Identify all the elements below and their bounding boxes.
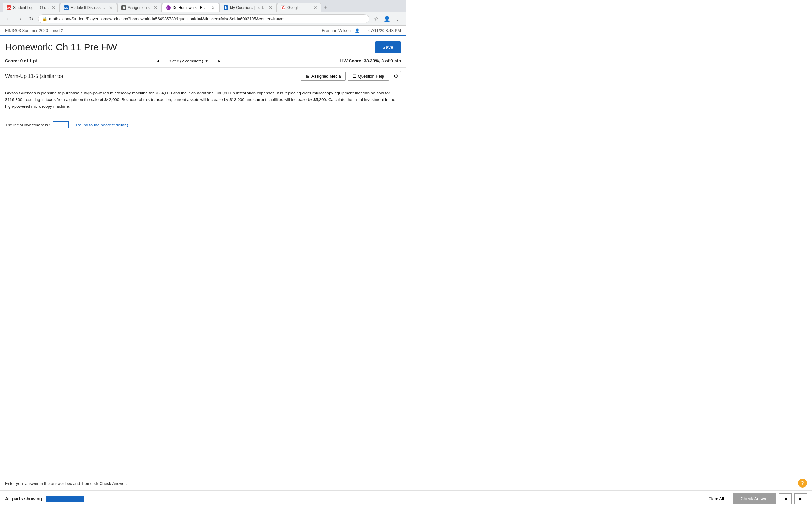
tab-title-assignments: Assignments — [128, 5, 152, 10]
tab-favicon-spc: SPC — [7, 5, 11, 10]
page-content: FIN3403 Summer 2020 - mod 2 Brennan Wils… — [0, 26, 406, 171]
question-header: Warm-Up 11-5 (similar to) 🖥 Assigned Med… — [0, 68, 406, 85]
score-label: Score: — [5, 58, 19, 63]
homework-title: Homework: Ch 11 Pre HW — [5, 42, 117, 53]
hw-score-label: HW Score: — [340, 58, 363, 63]
next-question-button[interactable]: ► — [214, 57, 225, 65]
score-bar: Score: 0 of 1 pt ◄ 3 of 8 (2 complete) ▼… — [0, 55, 406, 68]
question-tools: 🖥 Assigned Media ☰ Question Help ⚙ — [301, 71, 401, 81]
tab-assignments[interactable]: 📋 Assignments ✕ — [117, 3, 162, 12]
question-help-label: Question Help — [358, 74, 384, 78]
question-text: Bryson Sciences is planning to purchase … — [5, 90, 401, 115]
tab-favicon-my-questions: b — [223, 5, 228, 10]
username: Brennan Wilson — [322, 28, 351, 33]
back-button[interactable]: ← — [4, 14, 13, 23]
question-dropdown[interactable]: 3 of 8 (2 complete) ▼ — [165, 57, 212, 65]
tab-favicon-mc: Mc — [64, 5, 68, 10]
assigned-media-icon: 🖥 — [305, 74, 310, 78]
tab-title-google: Google — [287, 5, 311, 10]
question-navigation: ◄ 3 of 8 (2 complete) ▼ ► — [152, 57, 225, 65]
datetime: 07/11/20 8:43 PM — [368, 28, 401, 33]
tab-bar: SPC Student Login - One SP ✕ Mc Module 6… — [0, 0, 406, 12]
settings-icon: ⚙ — [394, 73, 398, 79]
tab-title-my-questions: My Questions | bartleb... — [230, 5, 267, 10]
tab-close-google[interactable]: ✕ — [313, 5, 317, 10]
hw-score-value: 33.33%, 3 of 9 pts — [364, 58, 401, 63]
url-bar-row: ← → ↻ 🔒 mathxl.com/Student/PlayerHomewor… — [0, 12, 406, 25]
tab-close-assignments[interactable]: ✕ — [154, 5, 158, 10]
separator: | — [363, 28, 364, 33]
dropdown-arrow-icon: ▼ — [205, 59, 209, 63]
url-text: mathxl.com/Student/PlayerHomework.aspx?h… — [49, 16, 365, 21]
question-nav-text: 3 of 8 (2 complete) — [169, 59, 203, 63]
bookmark-icon[interactable]: ☆ — [372, 14, 380, 23]
tab-spc[interactable]: SPC Student Login - One SP ✕ — [3, 3, 60, 12]
answer-input[interactable] — [53, 121, 68, 128]
menu-icon[interactable]: ⋮ — [393, 14, 402, 23]
answer-line: The initial investment is $ . (Round to … — [5, 121, 401, 128]
answer-prefix: The initial investment is $ — [5, 123, 51, 127]
user-icon: 👤 — [355, 28, 360, 33]
top-bar: FIN3403 Summer 2020 - mod 2 Brennan Wils… — [0, 26, 406, 36]
homework-header: Homework: Ch 11 Pre HW Save — [0, 36, 406, 55]
course-name: FIN3403 Summer 2020 - mod 2 — [5, 28, 63, 33]
tab-close-mc[interactable]: ✕ — [109, 5, 113, 10]
user-info: Brennan Wilson 👤 | 07/11/20 8:43 PM — [322, 28, 401, 33]
save-button[interactable]: Save — [375, 41, 401, 53]
tab-title-do-homework: Do Homework - Brenn... — [172, 5, 209, 10]
score-left: Score: 0 of 1 pt — [5, 58, 37, 63]
new-tab-button[interactable]: + — [322, 3, 330, 12]
tab-title-spc: Student Login - One SP — [13, 5, 50, 10]
answer-suffix: . — [70, 123, 71, 127]
tab-close-do-homework[interactable]: ✕ — [211, 5, 215, 10]
score-value: 0 of 1 pt — [20, 58, 37, 63]
url-bar[interactable]: 🔒 mathxl.com/Student/PlayerHomework.aspx… — [38, 14, 369, 23]
tab-favicon-assignments: 📋 — [121, 5, 126, 10]
assigned-media-label: Assigned Media — [311, 74, 341, 78]
prev-question-button[interactable]: ◄ — [152, 57, 163, 65]
browser-chrome: SPC Student Login - One SP ✕ Mc Module 6… — [0, 0, 406, 26]
question-help-button[interactable]: ☰ Question Help — [348, 72, 389, 81]
settings-button[interactable]: ⚙ — [391, 71, 401, 81]
tab-close-spc[interactable]: ✕ — [52, 5, 55, 10]
lock-icon: 🔒 — [42, 16, 47, 21]
question-body: Bryson Sciences is planning to purchase … — [0, 85, 406, 133]
tab-favicon-do-homework: P — [166, 5, 171, 10]
browser-icons: ☆ 👤 ⋮ — [372, 14, 402, 23]
score-right: HW Score: 33.33%, 3 of 9 pts — [340, 58, 401, 63]
tab-mc[interactable]: Mc Module 6 Disucssion - ✕ — [60, 3, 117, 12]
forward-button[interactable]: → — [15, 14, 24, 23]
question-help-icon: ☰ — [352, 74, 356, 78]
tab-google[interactable]: G Google ✕ — [277, 3, 321, 12]
course-info: FIN3403 Summer 2020 - mod 2 — [5, 28, 63, 33]
tab-do-homework[interactable]: P Do Homework - Brenn... ✕ — [162, 3, 219, 12]
tab-title-mc: Module 6 Disucssion - — [70, 5, 107, 10]
assigned-media-button[interactable]: 🖥 Assigned Media — [301, 72, 346, 81]
account-icon[interactable]: 👤 — [383, 14, 392, 23]
tab-favicon-google: G — [281, 5, 286, 10]
question-title: Warm-Up 11-5 (similar to) — [5, 73, 63, 79]
hint-link[interactable]: (Round to the nearest dollar.) — [74, 123, 128, 127]
refresh-button[interactable]: ↻ — [27, 14, 36, 23]
tab-close-my-questions[interactable]: ✕ — [269, 5, 272, 10]
tab-my-questions[interactable]: b My Questions | bartleb... ✕ — [219, 3, 276, 12]
